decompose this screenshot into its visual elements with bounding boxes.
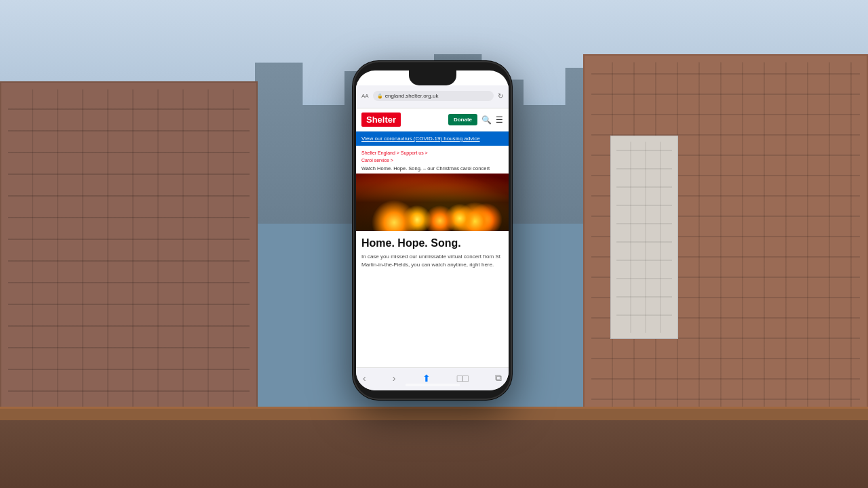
phone-scene: AA 🔒 england.shelter.org.uk ↻ Shelter Do… <box>332 47 536 441</box>
lower-content: Home. Hope. Song. In case you missed our… <box>356 231 509 367</box>
forward-button[interactable]: › <box>393 373 396 384</box>
back-button[interactable]: ‹ <box>363 373 366 384</box>
breadcrumb-part1[interactable]: Shelter England <box>361 150 395 155</box>
site-header: Shelter Donate 🔍 ☰ <box>356 108 509 131</box>
building-white <box>610 136 678 339</box>
covid-link[interactable]: View our coronavirus (COVID-19) housing … <box>361 135 503 142</box>
tabs-button[interactable]: ⧉ <box>495 372 502 384</box>
phone-notch <box>409 70 456 85</box>
breadcrumb-part2[interactable]: Support us <box>401 150 424 155</box>
browser-bar: AA 🔒 england.shelter.org.uk ↻ <box>356 85 509 108</box>
candle-hero-image <box>356 174 509 231</box>
breadcrumb-arrow2: > <box>424 150 428 155</box>
breadcrumb-line2: Carol service > <box>361 157 503 165</box>
breadcrumb-part3[interactable]: Carol service <box>361 158 389 163</box>
lock-icon: 🔒 <box>377 94 383 99</box>
breadcrumb: Shelter England > Support us > <box>361 150 503 157</box>
bookmarks-button[interactable]: □□ <box>457 373 469 384</box>
shelter-logo: Shelter <box>361 113 401 127</box>
phone-screen: AA 🔒 england.shelter.org.uk ↻ Shelter Do… <box>356 70 509 390</box>
browser-bottom-nav: ‹ › ⬆ □□ ⧉ <box>356 367 509 390</box>
browser-top-row: AA 🔒 england.shelter.org.uk ↻ <box>361 91 503 101</box>
website-content: Shelter Donate 🔍 ☰ View our coronavirus … <box>356 108 509 390</box>
breadcrumb-arrow1: > <box>395 150 401 155</box>
share-button[interactable]: ⬆ <box>422 373 431 384</box>
home-indicator <box>406 384 460 386</box>
breadcrumb-area: Shelter England > Support us > Carol ser… <box>356 146 509 174</box>
menu-icon[interactable]: ☰ <box>496 115 503 125</box>
concert-description: In case you missed our unmissable virtua… <box>361 253 503 269</box>
page-subtitle: Watch Home. Hope. Song. – our Christmas … <box>361 165 503 172</box>
concert-title: Home. Hope. Song. <box>361 237 503 249</box>
browser-url-text: england.shelter.org.uk <box>385 93 439 99</box>
building-left <box>0 81 258 420</box>
donate-button[interactable]: Donate <box>448 114 477 125</box>
search-icon[interactable]: 🔍 <box>481 115 492 125</box>
covid-banner: View our coronavirus (COVID-19) housing … <box>356 131 509 146</box>
browser-aa-label[interactable]: AA <box>361 93 369 99</box>
phone-device: AA 🔒 england.shelter.org.uk ↻ Shelter Do… <box>353 61 512 400</box>
refresh-icon[interactable]: ↻ <box>498 92 503 100</box>
browser-url-bar[interactable]: 🔒 england.shelter.org.uk <box>373 91 494 101</box>
breadcrumb-arrow3: > <box>389 158 393 163</box>
